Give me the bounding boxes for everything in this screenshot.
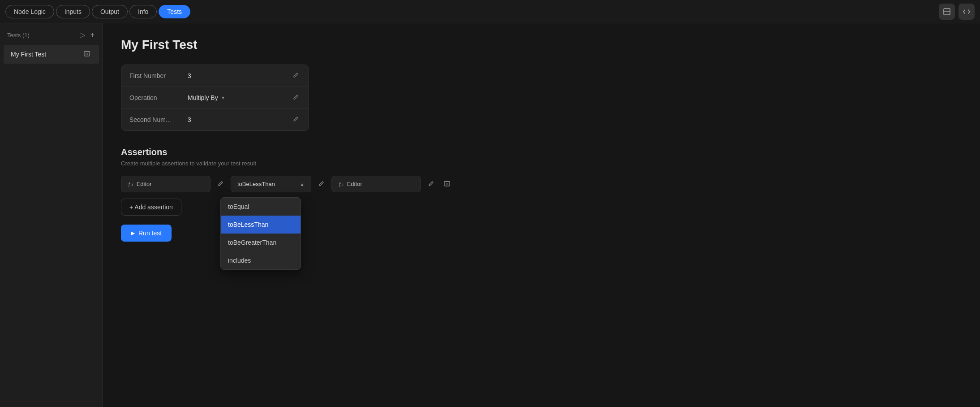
assertion-type-value: toBeLessThan [237,181,275,187]
input-row-first-number: First Number 3 [121,65,309,87]
assertion-dropdown-chevron: ▲ [300,182,305,187]
fx-left-icon: ƒ𝑥 [128,181,133,187]
right-editor[interactable]: ƒ𝑥 Editor [331,176,421,192]
delete-assertion-btn[interactable] [441,178,453,191]
svg-rect-2 [84,52,90,56]
dropdown-option-toEqual[interactable]: toEqual [221,198,301,216]
test-title: My First Test [121,38,962,52]
tab-info[interactable]: Info [129,5,157,18]
assertion-row: ƒ𝑥 Editor toBeLessThan ▲ [121,176,962,192]
second-number-label: Second Num... [129,116,188,123]
tab-tests[interactable]: Tests [159,5,190,18]
main-layout: Tests (1) ▷ + My First Test My First [0,23,980,407]
second-number-value: 3 [188,116,288,123]
left-editor-label: Editor [137,181,152,187]
play-icon: ▶ [131,230,135,236]
right-editor-edit-btn[interactable] [426,178,437,191]
dropdown-edit-btn[interactable] [316,178,327,191]
add-assertion-btn[interactable]: + Add assertion [121,199,181,216]
run-test-btn[interactable]: ▶ Run test [121,225,172,242]
tab-inputs[interactable]: Inputs [56,5,90,18]
delete-test-btn[interactable] [82,49,92,59]
run-all-tests-btn[interactable]: ▷ [79,30,86,39]
assertions-title: Assertions [121,147,962,157]
right-editor-label: Editor [347,181,362,187]
dropdown-option-toBeGreaterThan[interactable]: toBeGreaterThan [221,234,301,251]
sidebar-item-label: My First Test [11,51,46,58]
assertions-subtitle: Create multiple assertions to validate y… [121,160,962,167]
svg-rect-0 [944,9,950,15]
sidebar-header-actions: ▷ + [79,30,95,39]
code-icon-btn[interactable] [959,4,975,20]
tab-node-logic[interactable]: Node Logic [5,5,54,18]
sidebar-header-label: Tests (1) [7,32,30,39]
fx-right-icon: ƒ𝑥 [338,181,344,187]
layout-icon-btn[interactable] [939,4,955,20]
tab-output[interactable]: Output [92,5,128,18]
operation-dropdown[interactable]: Multiply By ▾ [188,94,288,101]
add-test-btn[interactable]: + [90,30,95,39]
operation-edit-btn[interactable] [291,93,301,102]
sidebar-item-my-first-test[interactable]: My First Test [4,45,99,64]
sidebar-header: Tests (1) ▷ + [0,30,103,45]
svg-rect-8 [444,182,450,186]
first-number-value: 3 [188,72,288,79]
first-number-label: First Number [129,72,188,79]
operation-dropdown-arrow: ▾ [222,95,224,101]
second-number-edit-btn[interactable] [291,115,301,124]
operation-value: Multiply By ▾ [188,94,288,101]
first-number-edit-btn[interactable] [291,71,301,80]
left-editor[interactable]: ƒ𝑥 Editor [121,176,211,192]
svg-line-13 [448,181,448,182]
assertion-type-dropdown[interactable]: toBeLessThan ▲ [231,176,311,192]
operation-label: Operation [129,94,188,101]
top-nav: Node Logic Inputs Output Info Tests [0,0,980,23]
svg-line-12 [446,181,446,182]
input-row-second-number: Second Num... 3 [121,109,309,130]
dropdown-option-includes[interactable]: includes [221,251,301,269]
operation-dropdown-value: Multiply By [188,94,218,101]
sidebar: Tests (1) ▷ + My First Test [0,23,103,407]
run-test-label: Run test [138,229,162,237]
inputs-card: First Number 3 Operation Multiply By ▾ [121,65,309,131]
assertions-section: Assertions Create multiple assertions to… [121,147,962,242]
svg-line-7 [88,51,88,52]
nav-right-actions [939,4,975,20]
assertion-dropdown-menu: toEqual toBeLessThan toBeGreaterThan inc… [220,197,301,270]
dropdown-option-toBeLessThan[interactable]: toBeLessThan [221,216,301,234]
content-area: My First Test First Number 3 Operation M… [103,23,980,407]
left-editor-edit-btn[interactable] [215,178,226,191]
svg-line-6 [86,51,86,52]
input-row-operation: Operation Multiply By ▾ [121,87,309,109]
